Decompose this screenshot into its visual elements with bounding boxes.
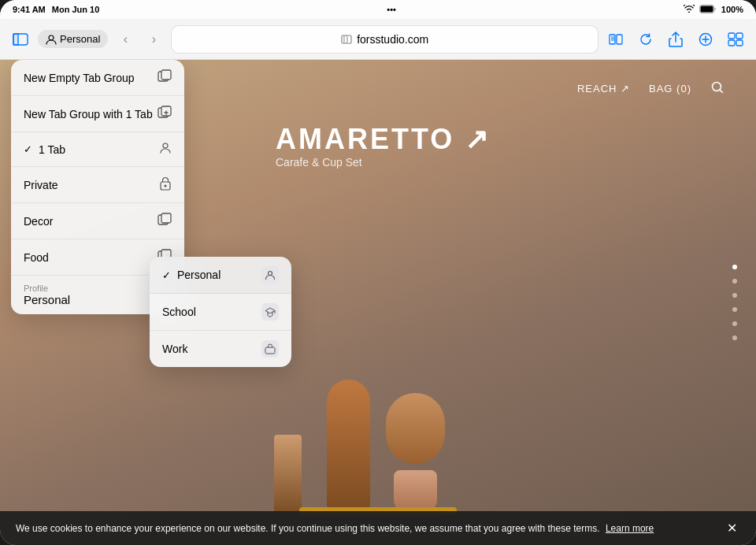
personal-check: ✓ bbox=[162, 269, 171, 281]
svg-point-4 bbox=[49, 35, 54, 40]
tab-sidebar-button[interactable] bbox=[9, 31, 32, 48]
scroll-dot-3 bbox=[732, 293, 737, 298]
url-display: forsstudio.com bbox=[357, 33, 428, 46]
school-label: School bbox=[162, 306, 196, 318]
reload-button[interactable] bbox=[635, 28, 657, 50]
svg-point-25 bbox=[165, 185, 167, 187]
status-center: ••• bbox=[387, 5, 396, 14]
hero-subtitle: Carafe & Cup Set bbox=[276, 156, 491, 169]
address-bar[interactable]: forsstudio.com bbox=[171, 25, 598, 54]
new-empty-tab-group-item[interactable]: New Empty Tab Group bbox=[11, 60, 184, 96]
status-left: 9:41 AM Mon Jun 10 bbox=[13, 5, 99, 14]
svg-rect-5 bbox=[342, 35, 351, 43]
website-nav-right: REACH ↗ BAG (0) bbox=[577, 80, 724, 97]
personal-profile-icon bbox=[261, 266, 279, 284]
svg-rect-14 bbox=[728, 40, 735, 46]
svg-rect-7 bbox=[617, 35, 622, 44]
profile-button[interactable]: Personal bbox=[38, 30, 108, 48]
scroll-dot-4 bbox=[732, 307, 737, 312]
profile-section-header: Profile bbox=[24, 284, 70, 293]
scroll-dot-5 bbox=[732, 321, 737, 326]
svg-point-23 bbox=[163, 143, 168, 148]
svg-rect-1 bbox=[700, 6, 713, 12]
scroll-dot-1 bbox=[732, 265, 737, 269]
svg-rect-18 bbox=[161, 70, 171, 80]
hero-title: AMARETTO ↗ bbox=[276, 123, 491, 156]
private-icon bbox=[159, 176, 172, 193]
back-button[interactable]: ‹ bbox=[114, 28, 136, 50]
decor-label: Decor bbox=[24, 215, 53, 228]
svg-rect-6 bbox=[610, 35, 615, 44]
wifi-icon bbox=[684, 5, 695, 14]
tab-count-label: 1 Tab bbox=[39, 143, 65, 156]
status-bar: 9:41 AM Mon Jun 10 ••• bbox=[0, 0, 756, 19]
new-empty-tab-group-icon bbox=[158, 69, 172, 86]
ipad-frame: 9:41 AM Mon Jun 10 ••• bbox=[0, 0, 756, 545]
scroll-dot-2 bbox=[732, 279, 737, 284]
new-tab-button[interactable] bbox=[695, 28, 717, 50]
profile-school-item[interactable]: School bbox=[150, 294, 291, 331]
svg-rect-32 bbox=[265, 347, 275, 354]
time: 9:41 AM bbox=[13, 5, 46, 14]
reader-view-button[interactable] bbox=[605, 28, 627, 50]
cookie-text: We use cookies to enhance your experienc… bbox=[16, 523, 714, 534]
profile-work-item[interactable]: Work bbox=[150, 331, 291, 367]
battery-pct: 100% bbox=[721, 5, 743, 14]
svg-point-31 bbox=[269, 272, 272, 276]
search-icon[interactable] bbox=[710, 80, 724, 97]
main-content: førs REACH ↗ BAG (0) AMARETTO ↗ Carafe &… bbox=[0, 60, 756, 545]
cookie-banner: We use cookies to enhance your experienc… bbox=[0, 511, 756, 545]
toolbar-right bbox=[605, 28, 747, 50]
profile-personal-item[interactable]: ✓ Personal bbox=[150, 257, 291, 294]
status-right: 100% bbox=[684, 5, 743, 15]
new-tab-group-with-tab-item[interactable]: New Tab Group with 1 Tab bbox=[11, 96, 184, 132]
new-empty-tab-group-label: New Empty Tab Group bbox=[24, 72, 135, 84]
private-label: Private bbox=[24, 179, 58, 191]
svg-rect-13 bbox=[736, 33, 743, 39]
school-profile-icon bbox=[261, 303, 279, 321]
food-label: Food bbox=[24, 251, 49, 264]
personal-label: Personal bbox=[177, 269, 220, 281]
share-button[interactable] bbox=[665, 28, 687, 50]
svg-rect-15 bbox=[736, 40, 743, 46]
learn-more-link[interactable]: Learn more bbox=[606, 523, 654, 534]
date: Mon Jun 10 bbox=[52, 5, 100, 14]
tab-check: ✓ bbox=[24, 143, 32, 155]
work-label: Work bbox=[162, 343, 187, 355]
svg-rect-3 bbox=[13, 34, 18, 45]
browser-chrome: Personal ‹ › forsstudio.com bbox=[0, 19, 756, 60]
forward-button[interactable]: › bbox=[143, 28, 165, 50]
tab-overview-button[interactable] bbox=[724, 28, 747, 50]
tab-person-icon bbox=[159, 142, 172, 157]
profile-name-label: Personal bbox=[60, 33, 100, 45]
hero-text: AMARETTO ↗ Carafe & Cup Set bbox=[276, 123, 491, 169]
scroll-dots bbox=[732, 265, 737, 340]
svg-point-16 bbox=[713, 82, 721, 91]
decor-tab-item[interactable]: Decor bbox=[11, 203, 184, 239]
new-tab-group-icon bbox=[158, 106, 172, 122]
cookie-close-button[interactable]: ✕ bbox=[724, 521, 740, 536]
tab-count-item[interactable]: ✓ 1 Tab bbox=[11, 132, 184, 167]
work-profile-icon bbox=[261, 340, 279, 358]
svg-rect-27 bbox=[161, 213, 171, 223]
reach-link[interactable]: REACH ↗ bbox=[577, 83, 630, 95]
product-area bbox=[311, 346, 445, 513]
profile-submenu: ✓ Personal School bbox=[150, 257, 291, 367]
private-tab-item[interactable]: Private bbox=[11, 167, 184, 203]
new-tab-group-label: New Tab Group with 1 Tab bbox=[24, 108, 153, 120]
battery-icon bbox=[699, 5, 717, 15]
profile-section-name: Personal bbox=[24, 293, 70, 306]
dots: ••• bbox=[387, 5, 396, 14]
svg-rect-12 bbox=[728, 33, 735, 39]
bag-link[interactable]: BAG (0) bbox=[649, 83, 691, 95]
scroll-dot-6 bbox=[732, 336, 737, 340]
decor-icon bbox=[158, 213, 172, 229]
